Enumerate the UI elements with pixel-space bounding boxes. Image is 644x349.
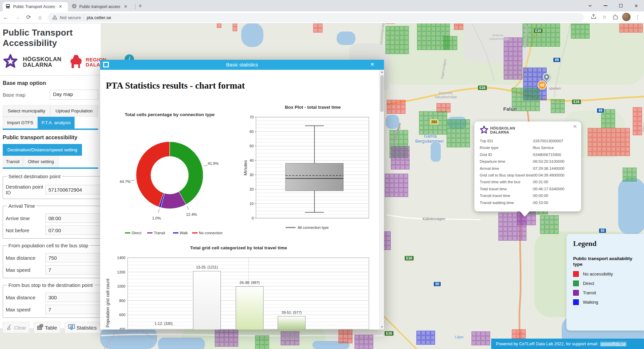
browser-tab-1[interactable]: Public Transport Accessibility ✕ <box>3 2 68 11</box>
pta-tab-transit[interactable]: Transit <box>3 156 23 167</box>
svg-text:1000: 1000 <box>117 284 125 288</box>
legend-item-direct: Direct <box>573 281 644 286</box>
address-bar[interactable]: Not secure pta.cetler.se <box>48 13 584 22</box>
pta-tab-other-setting[interactable]: Other setting <box>23 156 59 167</box>
profile-avatar[interactable] <box>622 13 631 21</box>
broom-icon <box>6 324 13 331</box>
scroll-down-icon[interactable]: ▼ <box>380 325 384 330</box>
popup-data-row: Total travel time:00:46:17.6340000 <box>480 187 578 191</box>
road-number-badge: 293 <box>430 119 438 124</box>
road-number-badge: 69 <box>597 108 604 113</box>
pta-tabs-underline <box>3 167 98 169</box>
map-place-label: Borlänge <box>283 332 298 336</box>
footer-email-link[interactable]: xxxxx@du.se <box>600 342 627 346</box>
legend-item-no-accessibility: No accessibility <box>573 271 644 277</box>
popup-close-icon[interactable]: ✕ <box>573 123 577 130</box>
globe-icon <box>72 4 77 10</box>
tab-divider <box>135 4 135 9</box>
svg-text:13-25: (1211): 13-25: (1211) <box>196 265 218 269</box>
legend-item-label: Walking <box>583 300 598 305</box>
map-place-label: Britsnäs <box>492 34 504 37</box>
share-icon[interactable] <box>590 14 597 20</box>
base-map-heading: Base map option <box>3 80 98 86</box>
sidebar-divider <box>0 75 101 76</box>
back-icon[interactable]: ← <box>0 14 11 21</box>
trip-info-popup: ✕ HÖGSKOLANDALARNA Trip ID1:226700130000… <box>474 121 581 211</box>
browser-toolbar: ← → ⟳ ⌂ Not secure pta.cetler.se <box>0 11 644 23</box>
dialog-close-icon[interactable]: ✕ <box>369 61 375 67</box>
fieldset-legend: Arrival Time <box>7 203 36 209</box>
popup-row-label: Transit waitting time <box>480 201 514 205</box>
warning-icon <box>52 15 57 21</box>
popup-data-row: Arrival time:07:29:38.1440000 <box>480 166 578 170</box>
road-number-badge: E16 <box>478 85 487 90</box>
menu-kebab-icon[interactable]: ⋮ <box>634 14 641 20</box>
road-number-badge: 69 <box>553 57 561 62</box>
popup-row-value: :00:04:39.4900000 <box>532 173 564 177</box>
table-button[interactable]: Table <box>34 322 60 333</box>
map-marker-count-badge[interactable]: 49 <box>538 81 547 90</box>
field-label: Not before <box>6 228 45 233</box>
sidebar-tab-upload-population[interactable]: Upload Population <box>50 105 98 117</box>
svg-text:0: 0 <box>252 216 254 220</box>
bus-icon <box>5 4 10 10</box>
field-label: Destination point ID <box>6 184 45 195</box>
svg-text:Minutes: Minutes <box>243 160 248 176</box>
scrollbar-thumb[interactable] <box>380 75 384 112</box>
field-label: Max distance <box>6 295 45 300</box>
svg-text:400: 400 <box>119 327 125 330</box>
maximize-button[interactable] <box>613 0 629 11</box>
statistics-button[interactable]: Statistics <box>65 322 100 333</box>
popup-data-row: Route type:Bus Service <box>480 146 578 150</box>
sidebar-tab-p-t-a-analysis[interactable]: P.T.A. analysis <box>38 117 75 129</box>
legend-item-label: Transit <box>583 290 596 295</box>
boxplot-travel-time: Box Plot - total travel time010203040506… <box>240 99 373 232</box>
popup-data-row: Grid ID:5348006715900 <box>480 153 578 157</box>
statistics-icon <box>68 324 75 331</box>
map-place-label: golfklubb <box>284 336 298 340</box>
forward-icon[interactable]: → <box>11 14 23 21</box>
pta-tab-destination-distance-speed-setting[interactable]: Destination/Distance/speed setting <box>3 144 82 156</box>
reload-icon[interactable]: ⟳ <box>23 14 34 21</box>
tab-title: Public transport accessibility <box>79 4 120 9</box>
security-label[interactable]: Not secure <box>60 15 81 20</box>
popup-row-value: :07:29:38.1440000 <box>532 166 564 170</box>
tab-search-chevron-icon[interactable] <box>582 0 598 11</box>
logos-row: HÖGSKOLANDALARNA REGIONDALARNA <box>3 54 98 70</box>
svg-text:12.4%: 12.4% <box>186 212 197 216</box>
map-place-label: Liljan <box>455 335 464 339</box>
home-icon[interactable]: ⌂ <box>34 14 46 21</box>
tab-close-icon[interactable]: ✕ <box>58 4 63 9</box>
clear-button[interactable]: Clear <box>3 322 30 333</box>
legend-swatch <box>573 271 579 277</box>
popup-row-value: :00:10:00 <box>532 201 548 205</box>
bookmark-star-icon[interactable]: ☆ <box>601 14 608 20</box>
map-place-label: Ingarvets <box>439 91 453 95</box>
sidebar-tab-select-municipality[interactable]: Select municipality <box>3 105 50 117</box>
svg-text:Total grid cell categorized by: Total grid cell categorized by total tra… <box>190 245 287 250</box>
svg-text:41.9%: 41.9% <box>208 161 219 165</box>
popup-row-label: Arrival time <box>480 166 499 170</box>
dialog-title: Basic statistics <box>100 62 384 67</box>
field-label: Max speed <box>6 307 45 312</box>
road-number-badge: E16 <box>404 256 414 261</box>
statistics-results-heading: PTA Statistics results - chart format <box>106 81 245 91</box>
application-window: FalunGamlaBergsdammenKällviksvägenIngarv… <box>0 0 644 349</box>
base-map-select[interactable]: Day map <box>50 90 98 100</box>
popup-row-label: Departure time <box>480 159 505 163</box>
dialog-titlebar[interactable]: Basic statistics <box>100 60 384 70</box>
tab-close-icon[interactable]: ✕ <box>123 4 128 9</box>
road-number-badge: E16 <box>384 331 394 336</box>
dialog-restore-icon[interactable] <box>103 62 109 67</box>
new-tab-button[interactable]: + <box>138 3 142 10</box>
minimize-button[interactable] <box>598 0 613 11</box>
browser-tab-2[interactable]: Public transport accessibility ✕ <box>69 2 134 11</box>
dialog-scrollbar[interactable]: ▲ ▼ <box>379 70 384 330</box>
scroll-up-icon[interactable]: ▲ <box>380 70 384 74</box>
close-window-button[interactable]: ✕ <box>629 0 644 11</box>
sidebar-tab-import-gtfs[interactable]: Import GTFS <box>3 117 38 129</box>
extensions-puzzle-icon[interactable] <box>611 14 619 20</box>
legend-swatch <box>573 299 579 305</box>
url-text[interactable]: pta.cetler.se <box>87 15 111 20</box>
map-place-label: sparken <box>549 87 561 90</box>
